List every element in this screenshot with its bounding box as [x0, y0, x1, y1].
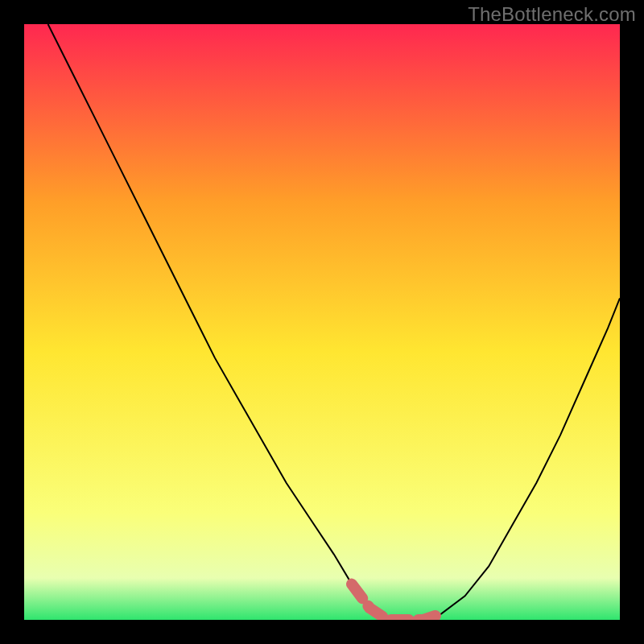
watermark-text: TheBottleneck.com	[468, 3, 636, 26]
gradient-background	[24, 24, 620, 620]
chart-frame: TheBottleneck.com	[0, 0, 644, 644]
bottleneck-chart	[24, 24, 620, 620]
